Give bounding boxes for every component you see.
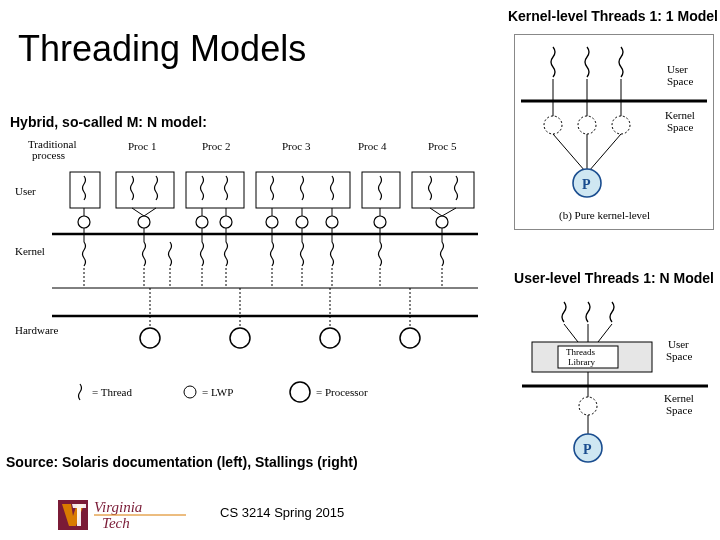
user-level-header: User-level Threads 1: N Model: [514, 270, 714, 286]
mn-label-process: process: [32, 149, 65, 161]
kl-p-label: P: [582, 177, 591, 192]
source-note: Source: Solaris documentation (left), St…: [6, 454, 358, 470]
svg-point-7: [78, 216, 90, 228]
svg-point-10: [220, 216, 232, 228]
kl-kernel-space-2: Space: [667, 121, 693, 133]
kernel-header: Kernel-level Threads 1: 1 Model: [508, 8, 718, 24]
svg-rect-5: [412, 172, 474, 208]
svg-point-52: [400, 328, 420, 348]
mn-legend-thread: = Thread: [92, 386, 132, 398]
kl-user-space-1: User: [667, 63, 688, 75]
svg-rect-1: [116, 172, 174, 208]
kl-user-space-2: Space: [667, 75, 693, 87]
svg-point-77: [579, 397, 597, 415]
vt-name-1: Virginia: [94, 499, 142, 515]
svg-point-49: [140, 328, 160, 348]
svg-point-64: [578, 116, 596, 134]
mn-proc-3: Proc 3: [282, 140, 311, 152]
svg-point-15: [436, 216, 448, 228]
svg-line-26: [442, 208, 456, 216]
vt-logo: Virginia Tech: [58, 494, 188, 534]
page-title: Threading Models: [18, 28, 306, 70]
mn-row-kernel: Kernel: [15, 245, 45, 257]
svg-line-68: [589, 134, 621, 171]
ul-user-space-1: User: [668, 338, 689, 350]
mn-row-hardware: Hardware: [15, 324, 58, 336]
mn-legend-proc: = Processor: [316, 386, 368, 398]
svg-line-70: [564, 324, 578, 342]
svg-point-9: [196, 216, 208, 228]
mn-legend-lwp: = LWP: [202, 386, 233, 398]
subtitle: Hybrid, so-called M: N model:: [10, 114, 207, 130]
kernel-level-diagram: User Space Kernel Space P (b) Pure kerne…: [514, 34, 714, 230]
svg-point-57: [184, 386, 196, 398]
mn-proc-4: Proc 4: [358, 140, 387, 152]
ul-user-space-2: Space: [666, 350, 692, 362]
kl-kernel-space-1: Kernel: [665, 109, 695, 121]
svg-line-25: [430, 208, 442, 216]
svg-rect-2: [186, 172, 244, 208]
svg-line-18: [144, 208, 156, 216]
ul-threads-lib-1: Threads: [566, 347, 595, 357]
kl-caption: (b) Pure kernel-level: [559, 209, 650, 222]
mn-row-user: User: [15, 185, 36, 197]
ul-p-label: P: [583, 442, 592, 457]
mn-diagram: Traditional process Proc 1 Proc 2 Proc 3…: [10, 138, 486, 408]
svg-point-12: [296, 216, 308, 228]
mn-proc-2: Proc 2: [202, 140, 230, 152]
svg-point-65: [612, 116, 630, 134]
ul-kernel-space-1: Kernel: [664, 392, 694, 404]
footer-course: CS 3214 Spring 2015: [220, 505, 344, 520]
svg-point-58: [290, 382, 310, 402]
mn-proc-1: Proc 1: [128, 140, 156, 152]
vt-name-2: Tech: [102, 515, 130, 531]
svg-line-17: [132, 208, 144, 216]
svg-point-14: [374, 216, 386, 228]
svg-point-13: [326, 216, 338, 228]
svg-point-50: [230, 328, 250, 348]
svg-point-11: [266, 216, 278, 228]
svg-point-51: [320, 328, 340, 348]
ul-threads-lib-2: Library: [568, 357, 595, 367]
svg-line-72: [598, 324, 612, 342]
ul-kernel-space-2: Space: [666, 404, 692, 416]
svg-point-63: [544, 116, 562, 134]
mn-proc-5: Proc 5: [428, 140, 457, 152]
svg-line-66: [553, 134, 585, 171]
svg-point-8: [138, 216, 150, 228]
user-level-diagram: Threads Library User Space Kernel Space …: [516, 296, 714, 476]
